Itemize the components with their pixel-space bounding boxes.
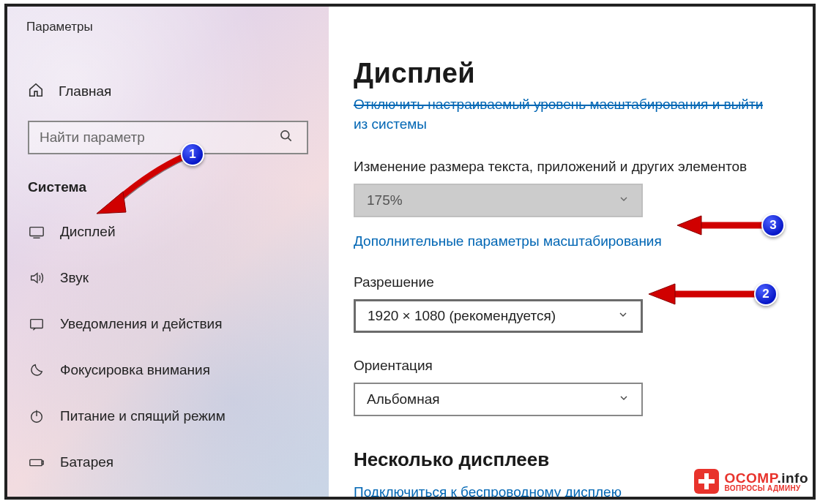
sidebar-item-label: Питание и спящий режим [60, 408, 225, 424]
orientation-label: Ориентация [354, 358, 783, 374]
svg-rect-2 [30, 227, 43, 236]
sidebar-item-sound[interactable]: Звук [7, 255, 329, 301]
watermark-tagline: ВОПРОСЫ АДМИНУ [725, 485, 808, 492]
watermark-cross-icon [694, 469, 719, 494]
sidebar-item-label: Дисплей [60, 224, 116, 240]
display-icon [28, 223, 45, 241]
svg-rect-8 [42, 461, 43, 464]
chevron-down-icon [618, 192, 630, 208]
sidebar-item-label: Фокусировка внимания [60, 362, 210, 378]
sidebar-item-power[interactable]: Питание и спящий режим [7, 393, 329, 439]
scale-dropdown: 175% [354, 184, 643, 217]
sidebar-item-label: Звук [60, 270, 89, 286]
page-title: Дисплей [354, 58, 783, 89]
link-line2: из системы [354, 116, 427, 132]
advanced-scaling-link[interactable]: Дополнительные параметры масштабирования [354, 233, 662, 249]
scale-label: Изменение размера текста, приложений и д… [354, 159, 783, 175]
scale-value: 175% [367, 192, 403, 208]
power-icon [28, 407, 45, 425]
home-label: Главная [59, 83, 111, 99]
sidebar-item-label: Уведомления и действия [60, 316, 222, 332]
battery-icon [28, 454, 45, 471]
search-icon[interactable] [276, 129, 297, 147]
sidebar-item-focus[interactable]: Фокусировка внимания [7, 347, 329, 393]
svg-line-1 [288, 138, 291, 140]
sound-icon [28, 269, 45, 287]
sidebar-nav: Дисплей Звук Уведомления и действия Фоку… [7, 208, 329, 485]
search-box[interactable] [28, 121, 308, 154]
sidebar: Параметры Главная Система Дисплей Звук У… [7, 7, 329, 497]
focus-icon [28, 361, 45, 379]
resolution-label: Разрешение [354, 274, 783, 290]
svg-rect-7 [30, 459, 42, 465]
chevron-down-icon [618, 391, 630, 407]
app-title: Параметры [7, 7, 329, 34]
watermark-suffix: .info [777, 470, 808, 486]
sidebar-item-notifications[interactable]: Уведомления и действия [7, 301, 329, 347]
multi-display-title: Несколько дисплеев [354, 448, 783, 471]
home-icon [28, 82, 44, 101]
resolution-dropdown[interactable]: 1920 × 1080 (рекомендуется) [354, 299, 643, 333]
disable-custom-scaling-link[interactable]: Отключить настраиваемый уровень масштаби… [354, 95, 783, 134]
orientation-value: Альбомная [367, 391, 440, 407]
search-input[interactable] [40, 129, 276, 146]
orientation-dropdown[interactable]: Альбомная [354, 383, 643, 416]
sidebar-item-display[interactable]: Дисплей [7, 208, 329, 255]
watermark: OCOMP.info ВОПРОСЫ АДМИНУ [694, 469, 808, 494]
watermark-brand: OCOMP [725, 470, 778, 486]
home-button[interactable]: Главная [7, 78, 329, 105]
sidebar-item-label: Батарея [60, 454, 113, 470]
link-line1: Отключить настраиваемый уровень масштаби… [354, 97, 763, 112]
content-area: Дисплей Отключить настраиваемый уровень … [329, 7, 813, 497]
svg-rect-4 [31, 319, 43, 328]
svg-point-0 [281, 130, 289, 138]
sidebar-item-battery[interactable]: Батарея [7, 439, 329, 485]
sidebar-section-header: Система [7, 154, 329, 203]
chevron-down-icon [617, 308, 629, 324]
resolution-value: 1920 × 1080 (рекомендуется) [368, 308, 556, 324]
notifications-icon [28, 315, 45, 333]
